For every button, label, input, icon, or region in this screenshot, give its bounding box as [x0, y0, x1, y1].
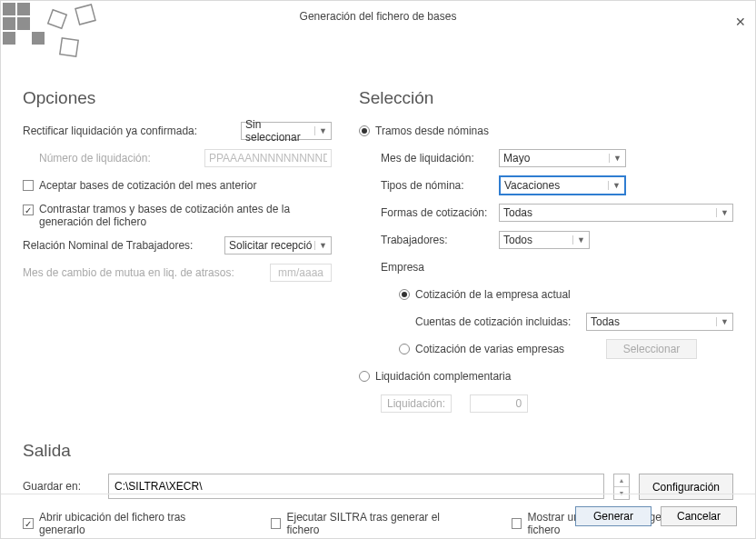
relacion-combo[interactable]: Solicitar recepció ▼	[224, 236, 332, 255]
svg-rect-0	[3, 3, 15, 15]
svg-rect-1	[17, 3, 30, 15]
chevron-down-icon: ▼	[608, 181, 621, 190]
tipos-nomina-combo[interactable]: Vacaciones ▼	[499, 175, 626, 195]
trabajadores-value: Todos	[503, 234, 532, 246]
cuentas-label: Cuentas de cotización incluidas:	[415, 315, 586, 328]
chevron-down-icon: ▼	[716, 317, 729, 326]
window-title: Generación del fichero de bases	[300, 10, 457, 23]
contrastar-checkbox[interactable]	[23, 205, 34, 215]
rectificar-label: Rectificar liquidación ya confirmada:	[23, 125, 197, 137]
chevron-down-icon: ▼	[609, 154, 622, 163]
mes-cambio-label: Mes de cambio de mutua en liq. de atraso…	[23, 266, 234, 279]
tipos-nomina-label: Tipos de nómina:	[381, 179, 499, 192]
mes-liq-label: Mes de liquidación:	[381, 152, 499, 165]
svg-rect-7	[75, 5, 95, 25]
salida-heading: Salida	[23, 441, 733, 461]
decor-icon	[1, 1, 101, 74]
chevron-down-icon: ▼	[314, 126, 327, 135]
cancelar-button[interactable]: Cancelar	[661, 506, 737, 526]
numero-liquidacion-input	[204, 149, 332, 167]
formas-label: Formas de cotización:	[381, 206, 499, 219]
cuentas-combo[interactable]: Todas ▼	[586, 313, 733, 331]
relacion-value: Solicitar recepció	[229, 239, 312, 252]
svg-rect-3	[17, 17, 30, 30]
aceptar-bases-label: Aceptar bases de cotización del mes ante…	[39, 179, 256, 192]
seleccionar-button[interactable]: Seleccionar	[606, 339, 697, 359]
mes-cambio-input	[270, 264, 332, 282]
formas-combo[interactable]: Todas ▼	[499, 204, 733, 222]
chevron-down-icon: ▼	[314, 241, 327, 250]
rectificar-combo[interactable]: Sin seleccionar ▼	[241, 122, 332, 140]
liq-value: 0	[470, 394, 528, 413]
svg-rect-5	[32, 32, 45, 45]
mes-liq-value: Mayo	[503, 152, 530, 165]
rectificar-value: Sin seleccionar	[245, 118, 314, 144]
tramos-radio[interactable]	[359, 125, 370, 136]
cuentas-value: Todas	[591, 315, 620, 328]
tipos-nomina-value: Vacaciones	[504, 179, 560, 192]
close-icon[interactable]: ✕	[735, 6, 746, 37]
formas-value: Todas	[503, 206, 532, 219]
relacion-label: Relación Nominal de Trabajadores:	[23, 239, 193, 252]
trabajadores-label: Trabajadores:	[381, 234, 499, 246]
contrastar-label: Contrastar tramos y bases de cotización …	[39, 203, 312, 228]
aceptar-bases-checkbox[interactable]	[23, 180, 34, 191]
empresa-label: Empresa	[381, 261, 424, 274]
cot-actual-radio[interactable]	[399, 289, 410, 300]
cot-varias-radio[interactable]	[399, 344, 410, 354]
liq-compl-label: Liquidación complementaria	[375, 370, 511, 383]
cot-varias-label: Cotización de varias empresas	[415, 343, 606, 355]
opciones-heading: Opciones	[23, 88, 332, 108]
generar-button[interactable]: Generar	[575, 506, 652, 526]
mes-liq-combo[interactable]: Mayo ▼	[499, 149, 626, 167]
chevron-down-icon: ▼	[572, 235, 585, 245]
svg-rect-6	[48, 10, 67, 29]
liq-label: Liquidación:	[381, 394, 452, 413]
numero-liquidacion-label: Número de liquidación:	[39, 152, 151, 165]
seleccion-heading: Selección	[359, 88, 733, 108]
svg-rect-8	[60, 38, 78, 56]
cot-actual-label: Cotización de la empresa actual	[415, 288, 571, 301]
tramos-label: Tramos desde nóminas	[375, 125, 489, 137]
svg-rect-2	[3, 17, 15, 30]
svg-rect-4	[3, 32, 15, 45]
liq-compl-radio[interactable]	[359, 371, 370, 382]
chevron-down-icon: ▼	[716, 208, 729, 217]
spinner-up-icon[interactable]: ▲	[614, 474, 629, 487]
trabajadores-combo[interactable]: Todos ▼	[499, 231, 590, 249]
